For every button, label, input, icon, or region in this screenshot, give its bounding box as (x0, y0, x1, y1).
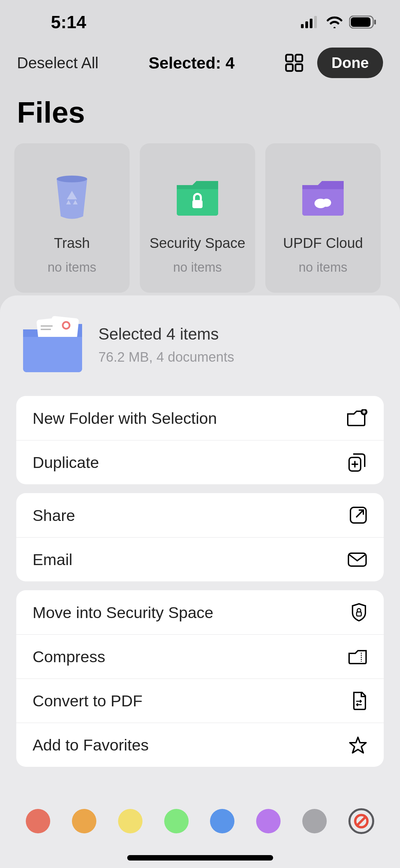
svg-point-14 (322, 199, 331, 207)
folder-tile-name: Security Space (150, 235, 245, 251)
folder-tile-name: Trash (54, 235, 90, 251)
color-dot-gray[interactable] (302, 809, 327, 833)
security-folder-icon (175, 164, 220, 232)
action-move-security[interactable]: Move into Security Space (16, 590, 384, 634)
folder-tile-cloud[interactable]: UPDF Cloud no items (265, 143, 381, 293)
sheet-title: Selected 4 items (98, 325, 234, 343)
grid-view-icon[interactable] (285, 53, 304, 72)
shield-lock-icon (350, 602, 367, 622)
color-dot-yellow[interactable] (118, 809, 142, 833)
battery-icon (349, 16, 376, 29)
convert-icon (351, 691, 367, 711)
action-label: Compress (33, 647, 105, 666)
svg-rect-10 (296, 64, 302, 71)
share-icon (349, 506, 367, 524)
color-dot-green[interactable] (164, 809, 189, 833)
svg-rect-27 (348, 553, 366, 566)
nav-bar: Deselect All Selected: 4 Done (0, 44, 400, 82)
status-bar: 5:14 (0, 0, 400, 44)
action-label: Add to Favorites (33, 736, 149, 754)
action-email[interactable]: Email (16, 537, 384, 581)
action-compress[interactable]: Compress (16, 634, 384, 679)
status-time: 5:14 (51, 12, 86, 32)
action-label: Email (33, 550, 73, 569)
wifi-icon (326, 16, 343, 28)
action-label: Convert to PDF (33, 691, 142, 710)
action-label: Move into Security Space (33, 603, 213, 622)
new-folder-icon (346, 409, 367, 427)
action-label: Duplicate (33, 453, 99, 472)
sheet-subtitle: 76.2 MB, 4 documents (98, 349, 234, 365)
svg-rect-5 (351, 17, 370, 27)
svg-rect-0 (301, 24, 304, 28)
folder-tile-sub: no items (299, 260, 347, 275)
selection-folder-icon (20, 316, 85, 374)
color-dot-purple[interactable] (256, 809, 281, 833)
folder-tile-name: UPDF Cloud (283, 235, 363, 251)
folder-tile-security[interactable]: Security Space no items (140, 143, 255, 293)
action-sheet: Selected 4 items 76.2 MB, 4 documents Ne… (0, 295, 400, 868)
svg-line-31 (357, 817, 365, 825)
svg-rect-1 (305, 21, 308, 28)
svg-point-11 (57, 176, 87, 182)
done-button[interactable]: Done (317, 48, 383, 78)
action-add-favorites[interactable]: Add to Favorites (16, 723, 384, 767)
sheet-header: Selected 4 items 76.2 MB, 4 documents (0, 295, 400, 387)
color-dot-orange[interactable] (72, 809, 96, 833)
cellular-icon (301, 16, 320, 28)
svg-rect-3 (314, 16, 317, 28)
color-dot-blue[interactable] (210, 809, 234, 833)
color-row (0, 808, 400, 834)
page-title: Files (0, 82, 400, 143)
deselect-all-button[interactable]: Deselect All (17, 54, 98, 72)
action-label: New Folder with Selection (33, 409, 217, 428)
action-share[interactable]: Share (16, 493, 384, 537)
home-indicator[interactable] (127, 855, 273, 861)
action-group: New Folder with Selection Duplicate (16, 396, 384, 484)
svg-rect-7 (286, 55, 293, 61)
svg-rect-12 (192, 200, 203, 208)
action-group: Move into Security Space Compress Conver… (16, 590, 384, 767)
no-color-button[interactable] (348, 808, 374, 834)
cloud-folder-icon (301, 164, 345, 232)
svg-rect-28 (357, 612, 361, 616)
trash-icon (53, 164, 91, 232)
star-icon (348, 736, 367, 754)
duplicate-icon (348, 453, 367, 472)
color-dot-red[interactable] (26, 809, 50, 833)
folder-tiles: Trash no items Security Space no items U… (0, 143, 400, 293)
action-group: Share Email (16, 493, 384, 581)
action-new-folder[interactable]: New Folder with Selection (16, 396, 384, 440)
selected-count: Selected: 4 (98, 54, 285, 72)
status-icons (301, 16, 376, 29)
folder-tile-sub: no items (173, 260, 222, 275)
folder-tile-sub: no items (47, 260, 96, 275)
action-label: Share (33, 506, 75, 525)
svg-rect-8 (296, 55, 302, 61)
action-convert-pdf[interactable]: Convert to PDF (16, 679, 384, 723)
svg-rect-6 (374, 20, 376, 24)
svg-rect-2 (310, 19, 312, 28)
action-duplicate[interactable]: Duplicate (16, 440, 384, 484)
compress-icon (348, 649, 367, 665)
email-icon (347, 552, 367, 567)
svg-rect-9 (286, 64, 293, 71)
folder-tile-trash[interactable]: Trash no items (14, 143, 130, 293)
